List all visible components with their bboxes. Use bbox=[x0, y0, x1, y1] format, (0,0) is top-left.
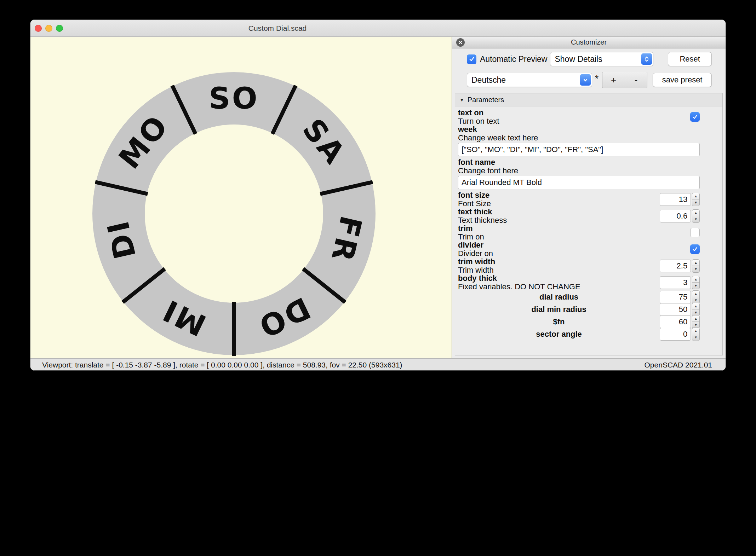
parameter-row: font nameChange font here bbox=[458, 158, 700, 189]
spin-increment-button[interactable]: ▴ bbox=[692, 291, 699, 297]
reset-button-label: Reset bbox=[680, 54, 700, 64]
details-dropdown[interactable]: Show Details bbox=[550, 52, 653, 66]
text-thick-value[interactable]: 0.6 bbox=[660, 210, 691, 222]
add-preset-button[interactable]: + bbox=[602, 72, 625, 88]
parameter-name: divider bbox=[458, 241, 690, 249]
parameter-name: trim width bbox=[458, 257, 660, 266]
automatic-preview-checkbox[interactable] bbox=[467, 54, 476, 64]
3d-viewport[interactable]: SOMODIMIDOFRSA bbox=[30, 37, 452, 358]
preset-dropdown[interactable]: Deutsche bbox=[467, 73, 592, 87]
parameter-row: dial min radius50▴▾ bbox=[458, 303, 700, 315]
text-thick-spinbox: 0.6▴▾ bbox=[660, 209, 700, 223]
parameter-row: dividerDivider on bbox=[458, 241, 700, 257]
parameter-row: trim widthTrim width2.5▴▾ bbox=[458, 257, 700, 274]
zoom-window-button[interactable] bbox=[56, 25, 63, 32]
divider-checkbox[interactable] bbox=[690, 244, 700, 254]
parameters-section-label: Parameters bbox=[468, 96, 504, 104]
font-size-spinbox: 13▴▾ bbox=[660, 193, 700, 206]
parameter-row: body thickFixed variables. DO NOT CHANGE… bbox=[458, 274, 700, 291]
parameter-name: text on bbox=[458, 109, 690, 117]
sector-angle-spinbox: 0▴▾ bbox=[660, 328, 700, 341]
customizer-panel: Customizer Automatic Preview Show Detail… bbox=[452, 37, 726, 358]
parameter-name: text thick bbox=[458, 208, 660, 216]
parameter-row: text onTurn on text bbox=[458, 109, 700, 125]
dial-min-radius-spinbox: 50▴▾ bbox=[660, 303, 700, 316]
close-window-button[interactable] bbox=[35, 25, 42, 32]
window-titlebar: Custom Dial.scad bbox=[30, 20, 726, 37]
collapse-triangle-icon: ▼ bbox=[459, 97, 464, 103]
parameter-label-group: text onTurn on text bbox=[458, 109, 690, 125]
dial-radius-spinbox: 75▴▾ bbox=[660, 290, 700, 304]
dial-radius-value[interactable]: 75 bbox=[660, 291, 691, 303]
preset-dropdown-value: Deutsche bbox=[471, 75, 506, 85]
fn-value[interactable]: 60 bbox=[660, 315, 691, 328]
parameter-description: Font Size bbox=[458, 199, 660, 208]
parameter-name: week bbox=[458, 125, 700, 134]
dial-svg: SOMODIMIDOFRSA bbox=[30, 37, 452, 358]
text-thick-stepper[interactable]: ▴▾ bbox=[692, 209, 700, 223]
dial-radius-stepper[interactable]: ▴▾ bbox=[692, 290, 700, 304]
text-on-checkbox[interactable] bbox=[690, 112, 700, 122]
dial-min-radius-stepper[interactable]: ▴▾ bbox=[692, 303, 700, 316]
viewport-status-text: Viewport: translate = [ -0.15 -3.87 -5.8… bbox=[42, 361, 645, 369]
body-thick-value[interactable]: 3 bbox=[660, 276, 691, 289]
spin-decrement-button[interactable]: ▾ bbox=[692, 266, 699, 272]
parameter-description: Text thickness bbox=[458, 216, 660, 224]
parameter-row: sector angle0▴▾ bbox=[458, 328, 700, 340]
save-preset-button[interactable]: save preset bbox=[653, 73, 712, 87]
dial-min-radius-value[interactable]: 50 bbox=[660, 303, 691, 316]
parameter-name: dial min radius bbox=[458, 305, 660, 314]
parameter-name: body thick bbox=[458, 274, 660, 283]
body-thick-stepper[interactable]: ▴▾ bbox=[692, 276, 700, 289]
parameter-description: Change week text here bbox=[458, 134, 700, 142]
parameter-row: $fn60▴▾ bbox=[458, 315, 700, 328]
trim-width-stepper[interactable]: ▴▾ bbox=[692, 259, 700, 273]
dropdown-arrow-icon bbox=[580, 74, 591, 86]
parameter-description: Trim width bbox=[458, 266, 660, 274]
sector-angle-stepper[interactable]: ▴▾ bbox=[692, 328, 700, 341]
trim-width-value[interactable]: 2.5 bbox=[660, 260, 691, 272]
parameters-section-header[interactable]: ▼ Parameters bbox=[455, 93, 722, 106]
check-icon bbox=[692, 114, 698, 120]
spin-increment-button[interactable]: ▴ bbox=[692, 328, 699, 335]
parameter-description: Divider on bbox=[458, 249, 690, 257]
font-size-value[interactable]: 13 bbox=[660, 193, 691, 206]
status-bar: Viewport: translate = [ -0.15 -3.87 -5.8… bbox=[30, 358, 726, 371]
spin-increment-button[interactable]: ▴ bbox=[692, 193, 699, 200]
customizer-title: Customizer bbox=[452, 37, 726, 48]
parameter-description: Fixed variables. DO NOT CHANGE bbox=[458, 283, 660, 291]
spin-decrement-button[interactable]: ▾ bbox=[692, 334, 699, 341]
dial-weekday-label: SO bbox=[209, 81, 259, 116]
parameter-row: trimTrim on bbox=[458, 224, 700, 241]
spin-increment-button[interactable]: ▴ bbox=[692, 315, 699, 322]
details-dropdown-value: Show Details bbox=[555, 54, 602, 64]
spin-increment-button[interactable]: ▴ bbox=[692, 260, 699, 266]
reset-button[interactable]: Reset bbox=[668, 52, 712, 66]
parameter-name: $fn bbox=[458, 318, 660, 326]
font-name-input[interactable] bbox=[458, 176, 700, 189]
spin-decrement-button[interactable]: ▾ bbox=[692, 199, 699, 206]
fn-stepper[interactable]: ▴▾ bbox=[692, 315, 700, 329]
parameter-label-group: trim widthTrim width bbox=[458, 257, 660, 274]
parameter-description: Change font here bbox=[458, 167, 700, 175]
automatic-preview-label: Automatic Preview bbox=[480, 54, 547, 64]
spin-decrement-button[interactable]: ▾ bbox=[692, 216, 699, 222]
remove-preset-button[interactable]: - bbox=[625, 72, 647, 88]
minimize-window-button[interactable] bbox=[45, 25, 52, 32]
parameter-name: font name bbox=[458, 158, 700, 167]
spin-increment-button[interactable]: ▴ bbox=[692, 276, 699, 283]
week-input[interactable] bbox=[458, 143, 700, 156]
spin-decrement-button[interactable]: ▾ bbox=[692, 283, 699, 289]
trim-checkbox[interactable] bbox=[690, 228, 700, 237]
parameter-label-group: $fn bbox=[458, 318, 660, 326]
font-size-stepper[interactable]: ▴▾ bbox=[692, 193, 700, 206]
trim-width-spinbox: 2.5▴▾ bbox=[660, 259, 700, 273]
parameter-name: dial radius bbox=[458, 293, 660, 301]
parameters-groupbox: ▼ Parameters text onTurn on textweekChan… bbox=[455, 93, 723, 355]
spin-increment-button[interactable]: ▴ bbox=[692, 303, 699, 310]
parameter-name: trim bbox=[458, 224, 690, 233]
window-title: Custom Dial.scad bbox=[248, 20, 307, 37]
app-version-text: OpenSCAD 2021.01 bbox=[645, 361, 712, 369]
sector-angle-value[interactable]: 0 bbox=[660, 328, 691, 341]
spin-increment-button[interactable]: ▴ bbox=[692, 210, 699, 216]
